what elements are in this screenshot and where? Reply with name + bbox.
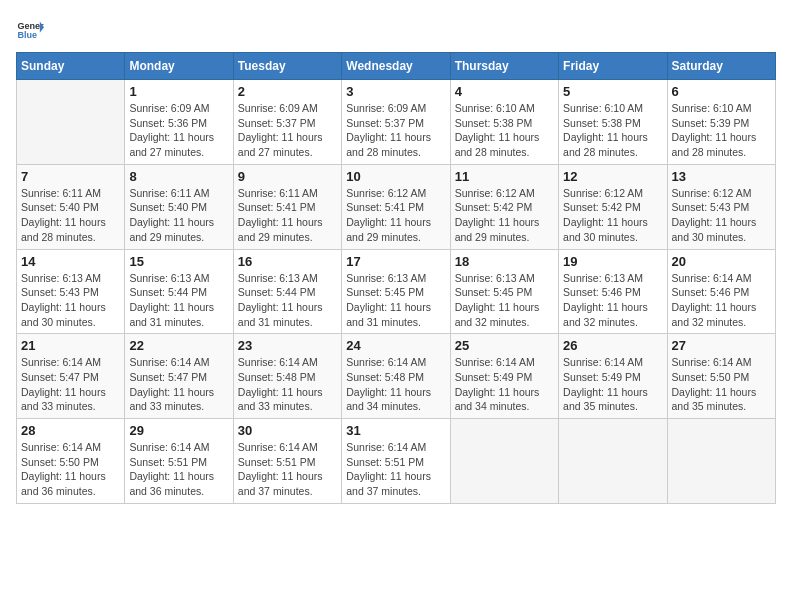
day-detail: Sunrise: 6:14 AM Sunset: 5:46 PM Dayligh… <box>672 271 771 330</box>
day-number: 16 <box>238 254 337 269</box>
day-number: 12 <box>563 169 662 184</box>
day-detail: Sunrise: 6:13 AM Sunset: 5:45 PM Dayligh… <box>455 271 554 330</box>
svg-text:Blue: Blue <box>17 30 37 40</box>
day-number: 10 <box>346 169 445 184</box>
day-detail: Sunrise: 6:14 AM Sunset: 5:50 PM Dayligh… <box>21 440 120 499</box>
calendar-cell: 31Sunrise: 6:14 AM Sunset: 5:51 PM Dayli… <box>342 419 450 504</box>
calendar-cell: 18Sunrise: 6:13 AM Sunset: 5:45 PM Dayli… <box>450 249 558 334</box>
day-detail: Sunrise: 6:11 AM Sunset: 5:40 PM Dayligh… <box>129 186 228 245</box>
calendar-cell: 28Sunrise: 6:14 AM Sunset: 5:50 PM Dayli… <box>17 419 125 504</box>
day-number: 28 <box>21 423 120 438</box>
day-number: 7 <box>21 169 120 184</box>
calendar-cell: 14Sunrise: 6:13 AM Sunset: 5:43 PM Dayli… <box>17 249 125 334</box>
day-detail: Sunrise: 6:13 AM Sunset: 5:44 PM Dayligh… <box>129 271 228 330</box>
calendar-cell: 21Sunrise: 6:14 AM Sunset: 5:47 PM Dayli… <box>17 334 125 419</box>
weekday-header: Wednesday <box>342 53 450 80</box>
calendar-cell: 17Sunrise: 6:13 AM Sunset: 5:45 PM Dayli… <box>342 249 450 334</box>
day-detail: Sunrise: 6:14 AM Sunset: 5:50 PM Dayligh… <box>672 355 771 414</box>
day-detail: Sunrise: 6:09 AM Sunset: 5:37 PM Dayligh… <box>238 101 337 160</box>
day-detail: Sunrise: 6:12 AM Sunset: 5:42 PM Dayligh… <box>455 186 554 245</box>
day-number: 11 <box>455 169 554 184</box>
calendar-cell: 24Sunrise: 6:14 AM Sunset: 5:48 PM Dayli… <box>342 334 450 419</box>
calendar-cell: 5Sunrise: 6:10 AM Sunset: 5:38 PM Daylig… <box>559 80 667 165</box>
day-number: 27 <box>672 338 771 353</box>
calendar-cell: 23Sunrise: 6:14 AM Sunset: 5:48 PM Dayli… <box>233 334 341 419</box>
calendar-table: SundayMondayTuesdayWednesdayThursdayFrid… <box>16 52 776 504</box>
calendar-cell: 13Sunrise: 6:12 AM Sunset: 5:43 PM Dayli… <box>667 164 775 249</box>
day-detail: Sunrise: 6:09 AM Sunset: 5:37 PM Dayligh… <box>346 101 445 160</box>
calendar-cell <box>17 80 125 165</box>
weekday-header: Monday <box>125 53 233 80</box>
day-detail: Sunrise: 6:13 AM Sunset: 5:44 PM Dayligh… <box>238 271 337 330</box>
calendar-cell: 10Sunrise: 6:12 AM Sunset: 5:41 PM Dayli… <box>342 164 450 249</box>
weekday-header: Tuesday <box>233 53 341 80</box>
calendar-cell: 19Sunrise: 6:13 AM Sunset: 5:46 PM Dayli… <box>559 249 667 334</box>
day-number: 13 <box>672 169 771 184</box>
day-number: 18 <box>455 254 554 269</box>
day-number: 24 <box>346 338 445 353</box>
day-detail: Sunrise: 6:11 AM Sunset: 5:41 PM Dayligh… <box>238 186 337 245</box>
day-number: 31 <box>346 423 445 438</box>
day-detail: Sunrise: 6:14 AM Sunset: 5:51 PM Dayligh… <box>129 440 228 499</box>
day-detail: Sunrise: 6:09 AM Sunset: 5:36 PM Dayligh… <box>129 101 228 160</box>
day-number: 4 <box>455 84 554 99</box>
day-detail: Sunrise: 6:14 AM Sunset: 5:48 PM Dayligh… <box>346 355 445 414</box>
day-number: 9 <box>238 169 337 184</box>
day-number: 19 <box>563 254 662 269</box>
calendar-cell: 8Sunrise: 6:11 AM Sunset: 5:40 PM Daylig… <box>125 164 233 249</box>
day-number: 20 <box>672 254 771 269</box>
calendar-cell: 30Sunrise: 6:14 AM Sunset: 5:51 PM Dayli… <box>233 419 341 504</box>
day-number: 29 <box>129 423 228 438</box>
day-number: 14 <box>21 254 120 269</box>
calendar-cell: 6Sunrise: 6:10 AM Sunset: 5:39 PM Daylig… <box>667 80 775 165</box>
day-detail: Sunrise: 6:13 AM Sunset: 5:45 PM Dayligh… <box>346 271 445 330</box>
calendar-cell <box>559 419 667 504</box>
day-number: 3 <box>346 84 445 99</box>
day-number: 22 <box>129 338 228 353</box>
calendar-cell: 27Sunrise: 6:14 AM Sunset: 5:50 PM Dayli… <box>667 334 775 419</box>
day-detail: Sunrise: 6:14 AM Sunset: 5:51 PM Dayligh… <box>346 440 445 499</box>
calendar-cell: 20Sunrise: 6:14 AM Sunset: 5:46 PM Dayli… <box>667 249 775 334</box>
calendar-cell: 15Sunrise: 6:13 AM Sunset: 5:44 PM Dayli… <box>125 249 233 334</box>
day-number: 17 <box>346 254 445 269</box>
logo-icon: General Blue <box>16 16 44 44</box>
calendar-cell: 12Sunrise: 6:12 AM Sunset: 5:42 PM Dayli… <box>559 164 667 249</box>
day-number: 5 <box>563 84 662 99</box>
day-detail: Sunrise: 6:12 AM Sunset: 5:42 PM Dayligh… <box>563 186 662 245</box>
day-number: 26 <box>563 338 662 353</box>
calendar-cell: 7Sunrise: 6:11 AM Sunset: 5:40 PM Daylig… <box>17 164 125 249</box>
day-detail: Sunrise: 6:12 AM Sunset: 5:43 PM Dayligh… <box>672 186 771 245</box>
calendar-cell: 4Sunrise: 6:10 AM Sunset: 5:38 PM Daylig… <box>450 80 558 165</box>
calendar-cell: 25Sunrise: 6:14 AM Sunset: 5:49 PM Dayli… <box>450 334 558 419</box>
weekday-header: Friday <box>559 53 667 80</box>
day-number: 2 <box>238 84 337 99</box>
day-detail: Sunrise: 6:13 AM Sunset: 5:43 PM Dayligh… <box>21 271 120 330</box>
calendar-cell <box>450 419 558 504</box>
calendar-cell: 11Sunrise: 6:12 AM Sunset: 5:42 PM Dayli… <box>450 164 558 249</box>
calendar-cell: 2Sunrise: 6:09 AM Sunset: 5:37 PM Daylig… <box>233 80 341 165</box>
calendar-cell: 22Sunrise: 6:14 AM Sunset: 5:47 PM Dayli… <box>125 334 233 419</box>
weekday-header: Sunday <box>17 53 125 80</box>
day-detail: Sunrise: 6:14 AM Sunset: 5:51 PM Dayligh… <box>238 440 337 499</box>
calendar-cell: 29Sunrise: 6:14 AM Sunset: 5:51 PM Dayli… <box>125 419 233 504</box>
day-number: 8 <box>129 169 228 184</box>
day-number: 15 <box>129 254 228 269</box>
day-detail: Sunrise: 6:11 AM Sunset: 5:40 PM Dayligh… <box>21 186 120 245</box>
day-detail: Sunrise: 6:10 AM Sunset: 5:39 PM Dayligh… <box>672 101 771 160</box>
day-detail: Sunrise: 6:14 AM Sunset: 5:47 PM Dayligh… <box>21 355 120 414</box>
day-detail: Sunrise: 6:10 AM Sunset: 5:38 PM Dayligh… <box>455 101 554 160</box>
day-detail: Sunrise: 6:14 AM Sunset: 5:47 PM Dayligh… <box>129 355 228 414</box>
calendar-cell: 9Sunrise: 6:11 AM Sunset: 5:41 PM Daylig… <box>233 164 341 249</box>
day-detail: Sunrise: 6:14 AM Sunset: 5:48 PM Dayligh… <box>238 355 337 414</box>
calendar-cell: 16Sunrise: 6:13 AM Sunset: 5:44 PM Dayli… <box>233 249 341 334</box>
day-number: 1 <box>129 84 228 99</box>
day-number: 6 <box>672 84 771 99</box>
day-number: 30 <box>238 423 337 438</box>
day-detail: Sunrise: 6:13 AM Sunset: 5:46 PM Dayligh… <box>563 271 662 330</box>
day-detail: Sunrise: 6:12 AM Sunset: 5:41 PM Dayligh… <box>346 186 445 245</box>
day-number: 23 <box>238 338 337 353</box>
day-number: 21 <box>21 338 120 353</box>
calendar-cell: 1Sunrise: 6:09 AM Sunset: 5:36 PM Daylig… <box>125 80 233 165</box>
day-number: 25 <box>455 338 554 353</box>
calendar-cell: 3Sunrise: 6:09 AM Sunset: 5:37 PM Daylig… <box>342 80 450 165</box>
